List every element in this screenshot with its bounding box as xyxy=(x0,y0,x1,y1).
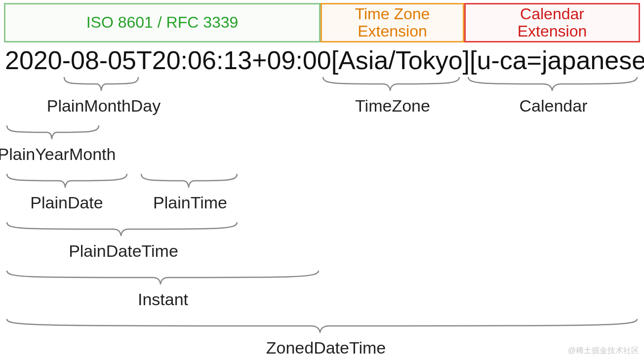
instant-label: Instant xyxy=(89,290,237,309)
time-zone-label: TimeZone xyxy=(321,96,464,116)
timezone-ext-box: Time Zone Extension xyxy=(321,3,464,42)
diagram-stage: ISO 8601 / RFC 3339 Time Zone Extension … xyxy=(0,0,644,360)
calendar-label: Calendar xyxy=(468,96,639,116)
plain-time-label: PlainTime xyxy=(138,193,242,212)
iso-rfc-box: ISO 8601 / RFC 3339 xyxy=(4,3,321,42)
watermark: @稀土掘金技术社区 xyxy=(568,346,639,356)
iso-part: 2020-08-05T20:06:13+09:00 xyxy=(5,46,331,75)
calendar-ext-box: Calendar Extension xyxy=(464,3,640,42)
tz-part: [Asia/Tokyo] xyxy=(331,46,470,75)
calendar-ext-label: Calendar Extension xyxy=(518,5,587,40)
cal-part: [u-ca=japanese] xyxy=(470,46,644,75)
timezone-ext-label: Time Zone Extension xyxy=(355,5,430,40)
zoned-date-time-label: ZonedDateTime xyxy=(227,338,425,358)
plain-month-day-label: PlainMonthDay xyxy=(42,96,165,116)
plain-date-time-label: PlainDateTime xyxy=(49,241,198,261)
datetime-string: 2020-08-05T20:06:13+09:00[Asia/Tokyo][u-… xyxy=(5,45,644,75)
plain-year-month-label: PlainYearMonth xyxy=(0,145,123,164)
iso-rfc-label: ISO 8601 / RFC 3339 xyxy=(86,14,239,31)
plain-date-label: PlainDate xyxy=(15,193,119,212)
